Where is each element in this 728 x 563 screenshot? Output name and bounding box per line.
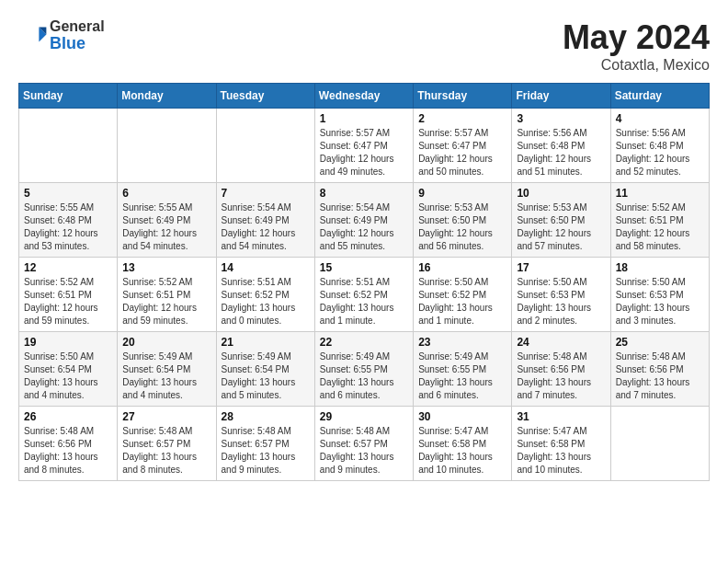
day-number: 12 <box>24 261 112 274</box>
calendar-cell: 31Sunrise: 5:47 AM Sunset: 6:58 PM Dayli… <box>512 407 610 481</box>
title-block: May 2024 Cotaxtla, Mexico <box>563 18 710 74</box>
calendar-cell: 13Sunrise: 5:52 AM Sunset: 6:51 PM Dayli… <box>118 258 216 332</box>
logo-general: General <box>50 18 105 35</box>
day-number: 2 <box>418 112 506 125</box>
calendar-table: SundayMondayTuesdayWednesdayThursdayFrid… <box>18 83 710 481</box>
day-number: 16 <box>418 261 506 274</box>
day-number: 1 <box>320 112 408 125</box>
day-number: 23 <box>418 336 506 349</box>
day-number: 24 <box>517 336 605 349</box>
calendar-week-row: 12Sunrise: 5:52 AM Sunset: 6:51 PM Dayli… <box>19 258 710 332</box>
calendar-cell: 8Sunrise: 5:54 AM Sunset: 6:49 PM Daylig… <box>314 183 413 258</box>
calendar-cell: 28Sunrise: 5:48 AM Sunset: 6:57 PM Dayli… <box>216 407 314 481</box>
day-number: 5 <box>24 187 112 200</box>
logo-text: General Blue <box>50 18 105 52</box>
calendar-cell: 10Sunrise: 5:53 AM Sunset: 6:50 PM Dayli… <box>512 183 610 258</box>
calendar-cell: 19Sunrise: 5:50 AM Sunset: 6:54 PM Dayli… <box>19 332 118 407</box>
weekday-header-row: SundayMondayTuesdayWednesdayThursdayFrid… <box>19 84 710 109</box>
day-number: 4 <box>616 112 704 125</box>
calendar-cell: 15Sunrise: 5:51 AM Sunset: 6:52 PM Dayli… <box>314 258 413 332</box>
calendar-cell: 2Sunrise: 5:57 AM Sunset: 6:47 PM Daylig… <box>414 109 512 183</box>
day-info: Sunrise: 5:54 AM Sunset: 6:49 PM Dayligh… <box>320 201 408 253</box>
day-info: Sunrise: 5:52 AM Sunset: 6:51 PM Dayligh… <box>616 201 704 253</box>
calendar-cell: 18Sunrise: 5:50 AM Sunset: 6:53 PM Dayli… <box>610 258 709 332</box>
day-info: Sunrise: 5:52 AM Sunset: 6:51 PM Dayligh… <box>24 276 112 327</box>
day-info: Sunrise: 5:51 AM Sunset: 6:52 PM Dayligh… <box>320 276 408 327</box>
calendar-location: Cotaxtla, Mexico <box>563 57 710 74</box>
day-number: 9 <box>418 187 506 200</box>
calendar-cell: 4Sunrise: 5:56 AM Sunset: 6:48 PM Daylig… <box>610 109 709 183</box>
calendar-cell: 27Sunrise: 5:48 AM Sunset: 6:57 PM Dayli… <box>118 407 216 481</box>
weekday-header: Wednesday <box>314 84 413 109</box>
calendar-cell <box>118 109 216 183</box>
day-info: Sunrise: 5:53 AM Sunset: 6:50 PM Dayligh… <box>517 201 605 253</box>
day-info: Sunrise: 5:49 AM Sunset: 6:55 PM Dayligh… <box>320 350 408 402</box>
day-info: Sunrise: 5:48 AM Sunset: 6:56 PM Dayligh… <box>24 425 112 477</box>
day-info: Sunrise: 5:50 AM Sunset: 6:54 PM Dayligh… <box>24 350 112 402</box>
day-info: Sunrise: 5:48 AM Sunset: 6:57 PM Dayligh… <box>320 425 408 477</box>
weekday-header: Thursday <box>414 84 512 109</box>
day-info: Sunrise: 5:49 AM Sunset: 6:55 PM Dayligh… <box>418 350 506 402</box>
day-number: 26 <box>24 410 112 423</box>
day-info: Sunrise: 5:56 AM Sunset: 6:48 PM Dayligh… <box>616 127 704 178</box>
day-info: Sunrise: 5:57 AM Sunset: 6:47 PM Dayligh… <box>418 127 506 178</box>
calendar-cell: 5Sunrise: 5:55 AM Sunset: 6:48 PM Daylig… <box>19 183 118 258</box>
day-info: Sunrise: 5:55 AM Sunset: 6:49 PM Dayligh… <box>122 201 210 253</box>
day-info: Sunrise: 5:48 AM Sunset: 6:56 PM Dayligh… <box>616 350 704 402</box>
logo-blue: Blue <box>50 35 105 53</box>
calendar-cell <box>19 109 118 183</box>
day-number: 29 <box>320 410 408 423</box>
calendar-cell: 30Sunrise: 5:47 AM Sunset: 6:58 PM Dayli… <box>414 407 512 481</box>
calendar-cell: 20Sunrise: 5:49 AM Sunset: 6:54 PM Dayli… <box>118 332 216 407</box>
day-number: 17 <box>517 261 605 274</box>
day-info: Sunrise: 5:47 AM Sunset: 6:58 PM Dayligh… <box>517 425 605 477</box>
day-number: 7 <box>222 187 310 200</box>
day-number: 20 <box>122 336 210 349</box>
day-number: 21 <box>222 336 310 349</box>
page-header: General Blue May 2024 Cotaxtla, Mexico <box>18 18 710 74</box>
day-info: Sunrise: 5:48 AM Sunset: 6:56 PM Dayligh… <box>517 350 605 402</box>
day-info: Sunrise: 5:51 AM Sunset: 6:52 PM Dayligh… <box>222 276 310 327</box>
weekday-header: Sunday <box>19 84 118 109</box>
day-info: Sunrise: 5:52 AM Sunset: 6:51 PM Dayligh… <box>122 276 210 327</box>
day-number: 14 <box>222 261 310 274</box>
calendar-week-row: 19Sunrise: 5:50 AM Sunset: 6:54 PM Dayli… <box>19 332 710 407</box>
day-number: 18 <box>616 261 704 274</box>
calendar-cell: 21Sunrise: 5:49 AM Sunset: 6:54 PM Dayli… <box>216 332 314 407</box>
day-info: Sunrise: 5:56 AM Sunset: 6:48 PM Dayligh… <box>517 127 605 178</box>
calendar-cell: 16Sunrise: 5:50 AM Sunset: 6:52 PM Dayli… <box>414 258 512 332</box>
weekday-header: Saturday <box>610 84 709 109</box>
day-number: 30 <box>418 410 506 423</box>
day-number: 22 <box>320 336 408 349</box>
day-info: Sunrise: 5:48 AM Sunset: 6:57 PM Dayligh… <box>222 425 310 477</box>
day-info: Sunrise: 5:53 AM Sunset: 6:50 PM Dayligh… <box>418 201 506 253</box>
day-info: Sunrise: 5:48 AM Sunset: 6:57 PM Dayligh… <box>122 425 210 477</box>
day-info: Sunrise: 5:55 AM Sunset: 6:48 PM Dayligh… <box>24 201 112 253</box>
weekday-header: Tuesday <box>216 84 314 109</box>
day-number: 25 <box>616 336 704 349</box>
day-number: 8 <box>320 187 408 200</box>
day-number: 13 <box>122 261 210 274</box>
calendar-cell: 7Sunrise: 5:54 AM Sunset: 6:49 PM Daylig… <box>216 183 314 258</box>
calendar-cell <box>216 109 314 183</box>
day-number: 10 <box>517 187 605 200</box>
day-info: Sunrise: 5:54 AM Sunset: 6:49 PM Dayligh… <box>222 201 310 253</box>
calendar-week-row: 1Sunrise: 5:57 AM Sunset: 6:47 PM Daylig… <box>19 109 710 183</box>
calendar-cell: 23Sunrise: 5:49 AM Sunset: 6:55 PM Dayli… <box>414 332 512 407</box>
day-number: 15 <box>320 261 408 274</box>
day-info: Sunrise: 5:49 AM Sunset: 6:54 PM Dayligh… <box>222 350 310 402</box>
calendar-cell: 6Sunrise: 5:55 AM Sunset: 6:49 PM Daylig… <box>118 183 216 258</box>
day-info: Sunrise: 5:57 AM Sunset: 6:47 PM Dayligh… <box>320 127 408 178</box>
calendar-cell: 29Sunrise: 5:48 AM Sunset: 6:57 PM Dayli… <box>314 407 413 481</box>
calendar-cell <box>610 407 709 481</box>
day-number: 3 <box>517 112 605 125</box>
calendar-title: May 2024 <box>563 18 710 57</box>
calendar-cell: 1Sunrise: 5:57 AM Sunset: 6:47 PM Daylig… <box>314 109 413 183</box>
calendar-cell: 25Sunrise: 5:48 AM Sunset: 6:56 PM Dayli… <box>610 332 709 407</box>
calendar-week-row: 5Sunrise: 5:55 AM Sunset: 6:48 PM Daylig… <box>19 183 710 258</box>
logo: General Blue <box>18 18 105 52</box>
calendar-cell: 11Sunrise: 5:52 AM Sunset: 6:51 PM Dayli… <box>610 183 709 258</box>
calendar-cell: 14Sunrise: 5:51 AM Sunset: 6:52 PM Dayli… <box>216 258 314 332</box>
calendar-cell: 17Sunrise: 5:50 AM Sunset: 6:53 PM Dayli… <box>512 258 610 332</box>
day-info: Sunrise: 5:49 AM Sunset: 6:54 PM Dayligh… <box>122 350 210 402</box>
